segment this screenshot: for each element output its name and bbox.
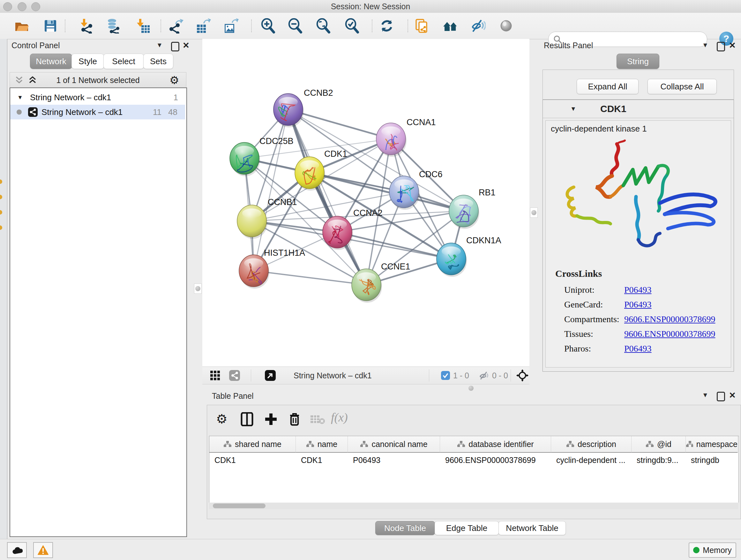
control-panel-title: Control Panel xyxy=(11,41,60,50)
share-icon[interactable] xyxy=(229,370,240,382)
close-panel-icon[interactable]: ✕ xyxy=(183,41,190,51)
window-title: Session: New Session xyxy=(0,0,741,13)
table-cell[interactable]: stringdb xyxy=(686,453,738,468)
collapse-triangle-icon[interactable]: ▼ xyxy=(17,90,23,105)
save-session-icon[interactable] xyxy=(43,18,58,34)
left-splitter-handle[interactable] xyxy=(194,284,202,294)
tab-node-table[interactable]: Node Table xyxy=(375,521,435,535)
table-cell[interactable]: 9606.ENSP00000378699 xyxy=(440,453,551,468)
selected-counts: 1 - 0 xyxy=(453,367,469,384)
expand-all-button[interactable]: Expand All xyxy=(577,79,638,94)
import-table-file-icon[interactable] xyxy=(135,18,150,34)
delete-column-icon[interactable] xyxy=(287,412,301,428)
crosshair-icon[interactable] xyxy=(516,369,529,383)
horizontal-scrollbar[interactable] xyxy=(209,503,738,509)
column-header-database-identifier[interactable]: database identifier xyxy=(440,436,551,453)
cloud-button[interactable] xyxy=(7,542,27,558)
home-icon[interactable] xyxy=(443,18,458,34)
crosslinks-heading: CrossLinks xyxy=(555,268,602,279)
crosslink-label: Compartments: xyxy=(564,314,619,324)
tab-select[interactable]: Select xyxy=(104,54,144,69)
network-selected-text: 1 of 1 Network selected xyxy=(10,72,186,88)
grid-icon[interactable] xyxy=(210,370,220,382)
network-collection-row[interactable]: ▼ String Network – cdk1 1 xyxy=(10,90,185,105)
export-network-icon[interactable] xyxy=(168,18,184,34)
edge-count: 48 xyxy=(168,105,178,119)
crosslink-value-link[interactable]: P06493 xyxy=(624,300,652,310)
export-table-icon[interactable] xyxy=(196,18,211,34)
birdseye-icon[interactable] xyxy=(265,370,276,382)
zoom-in-icon[interactable] xyxy=(260,18,276,34)
string-import-icon[interactable] xyxy=(414,18,429,34)
table-cell[interactable]: CDK1 xyxy=(209,453,296,468)
column-header-canonical-name[interactable]: canonical name xyxy=(348,436,440,453)
crosslink-label: Uniprot: xyxy=(564,285,595,295)
refresh-layout-icon[interactable] xyxy=(379,18,394,34)
table-row[interactable]: CDK1CDK1P064939606.ENSP00000378699cyclin… xyxy=(209,453,738,468)
warning-button[interactable] xyxy=(33,542,53,558)
float-panel-icon[interactable] xyxy=(717,392,725,401)
panel-menu-icon[interactable]: ▼ xyxy=(702,391,709,399)
float-panel-icon[interactable] xyxy=(171,42,179,51)
column-header-name[interactable]: name xyxy=(296,436,348,453)
column-header-description[interactable]: description xyxy=(551,436,631,453)
protein-details: cyclin-dependent kinase 1 xyxy=(545,120,731,368)
zoom-selected-icon[interactable] xyxy=(344,18,360,34)
memory-button[interactable]: Memory xyxy=(689,543,736,558)
crosslink-value-link[interactable]: P06493 xyxy=(624,285,652,295)
panel-menu-icon[interactable]: ▼ xyxy=(702,42,709,49)
table-cell[interactable]: stringdb:9... xyxy=(631,453,686,468)
left-dock-strip xyxy=(0,39,7,539)
column-header-namespace[interactable]: namespace xyxy=(686,436,738,453)
network-canvas[interactable]: CCNB2CCNA1CDC25BCDK1CDC6RB1CCNB1CCNA2CDK… xyxy=(202,39,529,367)
export-image-icon[interactable] xyxy=(223,18,239,34)
protein-header-row[interactable]: ▼ CDK1 xyxy=(543,100,734,118)
column-header--id[interactable]: @id xyxy=(631,436,686,453)
show-glass-icon[interactable] xyxy=(498,18,514,34)
close-panel-icon[interactable]: ✕ xyxy=(729,41,736,51)
columns-icon[interactable] xyxy=(240,412,254,428)
node-label-CDK1: CDK1 xyxy=(324,149,347,159)
hide-glass-icon[interactable] xyxy=(470,18,486,34)
tab-sets[interactable]: Sets xyxy=(143,54,173,69)
network-row[interactable]: String Network – cdk1 11 48 xyxy=(10,105,185,119)
scrollbar-thumb[interactable] xyxy=(213,503,266,508)
zoom-fit-icon[interactable] xyxy=(316,18,331,34)
crosslinks-list: Uniprot:P06493GeneCard:P06493Compartment… xyxy=(564,283,727,356)
table-cell[interactable]: P06493 xyxy=(348,453,440,468)
tab-edge-table[interactable]: Edge Table xyxy=(434,521,499,535)
crosslink-row: Compartments:9606.ENSP00000378699 xyxy=(564,312,727,327)
cloud-icon xyxy=(11,546,23,554)
zoom-out-icon[interactable] xyxy=(287,18,303,34)
collapse-all-button[interactable]: Collapse All xyxy=(648,79,717,94)
collapse-triangle-icon[interactable]: ▼ xyxy=(570,100,576,118)
table-header-row: shared namenamecanonical namedatabase id… xyxy=(209,436,738,453)
crosslink-value-link[interactable]: P06493 xyxy=(624,344,652,354)
table-tabs: Node TableEdge TableNetwork Table xyxy=(207,521,741,536)
column-header-shared-name[interactable]: shared name xyxy=(209,436,296,453)
import-network-file-icon[interactable] xyxy=(79,18,94,34)
table-panel: Table Panel ▼ ✕ ⚙ f(x) shared namenameca… xyxy=(207,390,741,539)
import-network-database-icon[interactable] xyxy=(106,18,121,34)
cytoscape-window: Session: New Session xyxy=(0,0,741,560)
add-column-icon[interactable] xyxy=(264,412,278,428)
checkbox-icon[interactable] xyxy=(441,371,450,381)
tab-network[interactable]: Network xyxy=(30,54,72,69)
float-panel-icon[interactable] xyxy=(717,42,725,51)
tab-network-table[interactable]: Network Table xyxy=(498,521,566,535)
panel-menu-icon[interactable]: ▼ xyxy=(156,42,163,49)
tab-style[interactable]: Style xyxy=(71,54,104,69)
node-label-CCNB2: CCNB2 xyxy=(304,88,333,98)
crosslink-row: GeneCard:P06493 xyxy=(564,298,727,312)
crosslink-value-link[interactable]: 9606.ENSP00000378699 xyxy=(624,329,715,339)
table-cell[interactable]: cyclin-dependent ... xyxy=(551,453,631,468)
close-panel-icon[interactable]: ✕ xyxy=(729,390,736,400)
open-session-icon[interactable] xyxy=(14,18,29,34)
crosslink-value-link[interactable]: 9606.ENSP00000378699 xyxy=(624,314,715,324)
tab-string[interactable]: String xyxy=(616,54,659,69)
gear-icon[interactable]: ⚙ xyxy=(170,74,179,86)
gear-icon[interactable]: ⚙ xyxy=(216,412,227,426)
protein-description: cyclin-dependent kinase 1 xyxy=(551,124,647,134)
table-cell[interactable]: CDK1 xyxy=(296,453,348,468)
delete-table-icon xyxy=(310,414,325,426)
